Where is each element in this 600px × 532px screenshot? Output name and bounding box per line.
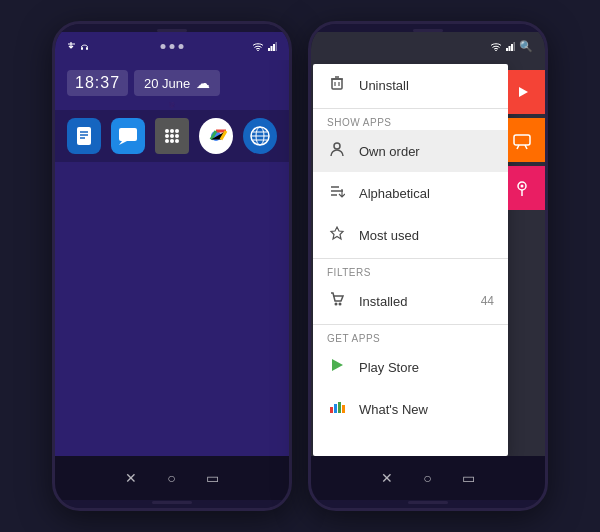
right-nav-bar: ✕ ○ ▭ (311, 456, 545, 500)
most-used-item[interactable]: Most used (313, 214, 508, 256)
svg-rect-60 (509, 46, 511, 51)
svg-marker-41 (119, 141, 127, 145)
left-screen: 18:37 20 June ☁ (55, 60, 289, 456)
recents-button[interactable]: ▭ (206, 470, 219, 486)
divider-2 (313, 258, 508, 259)
svg-point-14 (173, 102, 174, 103)
installed-label: Installed (359, 294, 407, 309)
peek-app-2 (508, 118, 545, 162)
own-order-label: Own order (359, 144, 420, 159)
right-recents-button[interactable]: ▭ (462, 470, 475, 486)
app-globe[interactable] (243, 118, 277, 154)
dot-2 (170, 44, 175, 49)
svg-point-42 (165, 129, 169, 133)
left-status-left-icons (67, 41, 89, 51)
device-icons-wallpaper (55, 102, 289, 110)
search-icon[interactable]: 🔍 (519, 40, 533, 53)
svg-rect-77 (334, 404, 337, 413)
home-button[interactable]: ○ (167, 470, 175, 486)
date-widget: 20 June ☁ (134, 70, 220, 96)
svg-rect-62 (514, 42, 516, 51)
left-nav-bar: ✕ ○ ▭ (55, 456, 289, 500)
person-icon (327, 141, 347, 161)
app-docs[interactable] (67, 118, 101, 154)
svg-point-73 (335, 303, 338, 306)
right-home-button[interactable]: ○ (423, 470, 431, 486)
wifi-icon (252, 42, 264, 51)
svg-rect-18 (174, 102, 175, 103)
svg-point-47 (175, 134, 179, 138)
divider-3 (313, 324, 508, 325)
svg-point-74 (339, 303, 342, 306)
uninstall-label: Uninstall (359, 78, 409, 93)
chart-icon (327, 399, 347, 419)
svg-rect-79 (342, 405, 345, 413)
svg-rect-7 (169, 103, 170, 104)
svg-rect-0 (81, 47, 83, 50)
own-order-item[interactable]: Own order (313, 130, 508, 172)
divider-1 (313, 108, 508, 109)
svg-point-48 (165, 139, 169, 143)
svg-rect-6 (276, 42, 278, 51)
svg-rect-26 (173, 105, 174, 106)
sort-icon (327, 183, 347, 203)
svg-rect-76 (330, 407, 333, 413)
whats-new-label: What's New (359, 402, 428, 417)
right-screen: Uninstall SHOW APPS Own order (311, 60, 545, 456)
svg-point-85 (521, 185, 524, 188)
svg-rect-78 (338, 402, 341, 413)
get-apps-section: GET APPS (313, 327, 508, 346)
svg-point-50 (175, 139, 179, 143)
right-wifi-icon (490, 42, 502, 51)
installed-item[interactable]: Installed 44 (313, 280, 508, 322)
svg-marker-75 (332, 359, 343, 371)
whats-new-item[interactable]: What's New (313, 388, 508, 430)
app-drawer[interactable] (155, 118, 189, 154)
usb-icon (67, 41, 76, 51)
filters-section: FILTERS (313, 261, 508, 280)
svg-point-46 (170, 134, 174, 138)
peek-app-3 (508, 166, 545, 210)
svg-rect-40 (119, 128, 137, 141)
svg-rect-81 (514, 135, 530, 145)
svg-rect-25 (171, 105, 173, 107)
peek-apps-list (508, 70, 545, 210)
svg-rect-1 (86, 47, 88, 50)
app-messages[interactable] (111, 118, 145, 154)
back-button[interactable]: ✕ (125, 470, 137, 486)
svg-rect-63 (332, 79, 342, 89)
date-text: 20 June (144, 76, 190, 91)
svg-marker-80 (519, 87, 528, 97)
widget-row: 18:37 20 June ☁ (55, 60, 289, 102)
time-widget: 18:37 (67, 70, 128, 96)
right-status-right-icons: 🔍 (490, 40, 533, 53)
left-status-right-icons (252, 42, 277, 51)
dot-1 (161, 44, 166, 49)
svg-point-44 (175, 129, 179, 133)
svg-point-58 (495, 49, 497, 50)
peek-app-1 (508, 70, 545, 114)
app-chrome[interactable] (199, 118, 233, 154)
svg-point-2 (257, 49, 259, 50)
app-dock (55, 110, 289, 162)
svg-rect-32 (174, 106, 175, 107)
svg-rect-8 (170, 102, 171, 103)
svg-rect-4 (271, 46, 273, 51)
headphone-icon (80, 42, 89, 51)
signal-icon (268, 42, 277, 51)
right-side-peek (508, 60, 545, 456)
svg-point-13 (172, 102, 173, 103)
dot-3 (179, 44, 184, 49)
right-signal-icon (506, 42, 515, 51)
right-back-button[interactable]: ✕ (381, 470, 393, 486)
right-phone: 🔍 Uninstall (308, 21, 548, 511)
svg-point-68 (334, 143, 340, 149)
play-store-item[interactable]: Play Store (313, 346, 508, 388)
uninstall-item[interactable]: Uninstall (313, 64, 508, 106)
weather-icon: ☁ (196, 75, 210, 91)
alphabetical-item[interactable]: Alphabetical (313, 172, 508, 214)
svg-rect-36 (77, 127, 91, 145)
show-apps-section: SHOW APPS (313, 111, 508, 130)
alphabetical-label: Alphabetical (359, 186, 430, 201)
most-used-label: Most used (359, 228, 419, 243)
